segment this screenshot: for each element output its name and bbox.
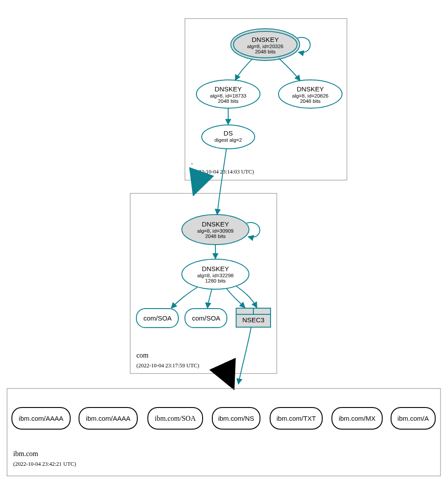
node-com-nsec3: NSEC3 (236, 308, 271, 327)
node-root-extra: DNSKEY alg=8, id=20826 2048 bits (279, 80, 342, 108)
svg-text:2048 bits: 2048 bits (255, 49, 276, 54)
svg-text:DNSKEY: DNSKEY (202, 265, 229, 272)
svg-text:ibm.com/TXT: ibm.com/TXT (276, 415, 316, 422)
edge-zone-root-to-com (196, 180, 199, 189)
zone-root-name: . (191, 158, 193, 166)
zone-com-timestamp: (2022-10-04 23:17:59 UTC) (136, 362, 199, 369)
edge-rootksk-zsk (235, 59, 252, 80)
svg-text:alg=8, id=32298: alg=8, id=32298 (197, 273, 234, 278)
node-com-ksk: DNSKEY alg=8, id=30909 2048 bits (182, 215, 249, 245)
svg-text:digest alg=2: digest alg=2 (215, 137, 242, 143)
edge-comzsk-soa1 (171, 287, 198, 308)
rr-soa: ibm.com/SOA (148, 408, 203, 429)
svg-text:2048 bits: 2048 bits (300, 98, 321, 104)
svg-text:DNSKEY: DNSKEY (215, 85, 242, 93)
svg-text:com/SOA: com/SOA (143, 314, 172, 322)
svg-text:ibm.com/AAAA: ibm.com/AAAA (86, 415, 131, 422)
zone-root: . (2022-10-04 23:14:03 UTC) DNSKEY alg=8… (185, 19, 347, 180)
svg-text:alg=8, id=20826: alg=8, id=20826 (292, 93, 329, 98)
zone-ibm-timestamp: (2022-10-04 23:42:21 UTC) (13, 461, 76, 467)
node-com-zsk: DNSKEY alg=8, id=32298 1280 bits (182, 259, 249, 289)
node-root-zsk: DNSKEY alg=8, id=18733 2048 bits (196, 80, 260, 108)
svg-text:2048 bits: 2048 bits (218, 98, 239, 104)
svg-text:ibm.com/SOA: ibm.com/SOA (155, 415, 196, 422)
svg-text:2048 bits: 2048 bits (205, 234, 226, 239)
svg-text:DNSKEY: DNSKEY (297, 85, 324, 93)
dnssec-diagram: . (2022-10-04 23:14:03 UTC) DNSKEY alg=8… (0, 0, 448, 483)
node-root-ds: DS digest alg=2 (202, 125, 255, 149)
edge-nsec3-down (238, 327, 251, 384)
node-com-soa-1: com/SOA (136, 309, 178, 328)
zone-com-name: com (136, 351, 149, 359)
zone-ibm-name: ibm.com (13, 450, 38, 457)
svg-point-14 (202, 125, 255, 149)
svg-text:DS: DS (224, 129, 233, 137)
edge-comzsk-soa2 (207, 289, 212, 308)
svg-text:alg=8, id=30909: alg=8, id=30909 (197, 228, 234, 234)
edge-comzsk-nsec3-b (236, 286, 257, 308)
rr-aaaa-1: ibm.com/AAAA (12, 408, 70, 429)
edge-comzsk-nsec3-a (226, 288, 245, 308)
zone-com: com (2022-10-04 23:17:59 UTC) DNSKEY alg… (130, 193, 277, 374)
svg-text:alg=8, id=18733: alg=8, id=18733 (210, 93, 247, 98)
rr-a: ibm.com/A (391, 408, 435, 429)
svg-text:ibm.com/MX: ibm.com/MX (339, 415, 375, 422)
node-com-soa-2: com/SOA (185, 309, 227, 328)
svg-text:com/SOA: com/SOA (192, 314, 220, 322)
svg-text:alg=8, id=20326: alg=8, id=20326 (247, 44, 284, 49)
svg-text:ibm.com/AAAA: ibm.com/AAAA (19, 415, 64, 422)
edge-rootksk-extra (279, 58, 300, 81)
svg-text:1280 bits: 1280 bits (205, 278, 226, 283)
zone-ibm: ibm.com (2022-10-04 23:42:21 UTC) ibm.co… (7, 389, 440, 476)
rr-ns: ibm.com/NS (212, 408, 260, 429)
node-root-ksk: DNSKEY alg=8, id=20326 2048 bits (231, 29, 300, 60)
svg-text:ibm.com/A: ibm.com/A (398, 415, 429, 422)
svg-text:NSEC3: NSEC3 (242, 316, 264, 324)
svg-text:DNSKEY: DNSKEY (202, 220, 229, 228)
edge-ds-comksk (217, 149, 226, 215)
rr-aaaa-2: ibm.com/AAAA (79, 408, 137, 429)
rr-txt: ibm.com/TXT (270, 408, 322, 429)
edge-zone-com-to-ibm (227, 374, 231, 382)
rr-mx: ibm.com/MX (332, 408, 382, 429)
svg-text:ibm.com/NS: ibm.com/NS (218, 415, 254, 422)
svg-text:DNSKEY: DNSKEY (252, 36, 279, 43)
